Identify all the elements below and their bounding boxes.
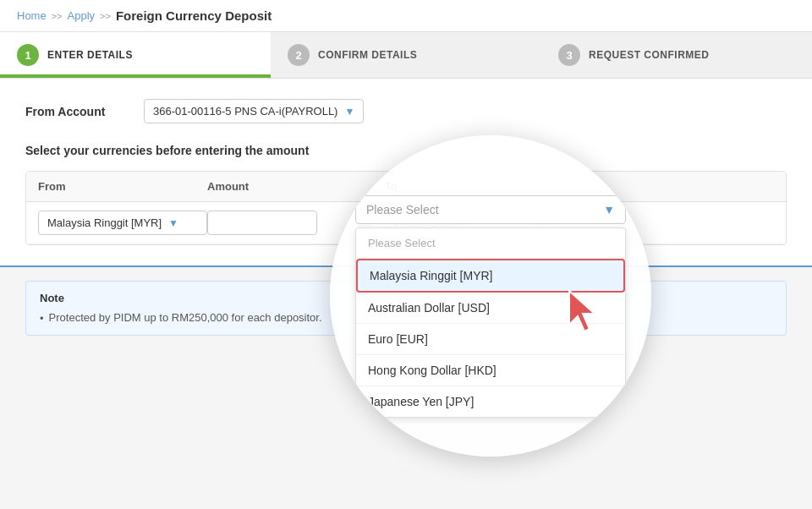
svg-marker-0 [569, 291, 595, 331]
breadcrumb-sep-1: >> [52, 11, 63, 21]
step-1-number: 1 [17, 44, 39, 66]
from-currency-chevron: ▼ [168, 217, 178, 229]
from-account-value: 366-01-00116-5 PNS CA-i(PAYROLL) [153, 105, 337, 118]
from-account-label: From Account [25, 105, 127, 118]
note-bullet-icon: • [40, 312, 44, 325]
dropdown-option-jpy[interactable]: Japanese Yen [JPY] [356, 386, 625, 417]
note-text: Protected by PIDM up to RM250,000 for ea… [49, 311, 322, 324]
section-title: Select your currencies before entering t… [25, 144, 787, 157]
breadcrumb-home[interactable]: Home [17, 9, 47, 22]
cursor-pointer-icon [562, 287, 605, 338]
from-currency-select[interactable]: Malaysia Ringgit [MYR] ▼ [38, 211, 207, 235]
from-account-select[interactable]: 366-01-00116-5 PNS CA-i(PAYROLL) ▼ [144, 99, 364, 123]
step-3-number: 3 [558, 44, 580, 66]
dropdown-selected-box[interactable]: Please Select ▼ [355, 195, 626, 224]
dropdown-option-placeholder[interactable]: Please Select [356, 228, 625, 259]
chevron-down-icon: ▼ [344, 106, 354, 118]
breadcrumb-current: Foreign Currency Deposit [116, 8, 272, 23]
step-2-label: CONFIRM DETAILS [318, 49, 417, 61]
step-2-number: 2 [288, 44, 310, 66]
steps-bar: 1 ENTER DETAILS 2 CONFIRM DETAILS 3 REQU… [0, 32, 812, 79]
step-1-label: ENTER DETAILS [47, 49, 133, 61]
step-2: 2 CONFIRM DETAILS [271, 32, 541, 78]
dropdown-option-hkd[interactable]: Hong Kong Dollar [HKD] [356, 355, 625, 386]
dropdown-selected-text: Please Select [366, 203, 439, 216]
amount-wrap [207, 211, 343, 235]
from-currency-value: Malaysia Ringgit [MYR] [47, 216, 162, 229]
breadcrumb-sep-2: >> [100, 11, 111, 21]
from-account-row: From Account 366-01-00116-5 PNS CA-i(PAY… [25, 99, 787, 123]
breadcrumb: Home >> Apply >> Foreign Currency Deposi… [0, 0, 812, 32]
dropdown-chevron-icon: ▼ [603, 203, 615, 216]
dropdown-header: To › [355, 175, 626, 189]
step-3-label: REQUEST CONFIRMED [589, 49, 710, 61]
amount-input[interactable] [207, 211, 317, 235]
step-3: 3 REQUEST CONFIRMED [541, 32, 812, 78]
col-from-header: From [38, 180, 207, 193]
from-currency-wrap: Malaysia Ringgit [MYR] ▼ [38, 211, 207, 235]
breadcrumb-apply[interactable]: Apply [68, 9, 96, 22]
col-amount-header: Amount [207, 180, 343, 193]
step-1: 1 ENTER DETAILS [0, 32, 271, 78]
